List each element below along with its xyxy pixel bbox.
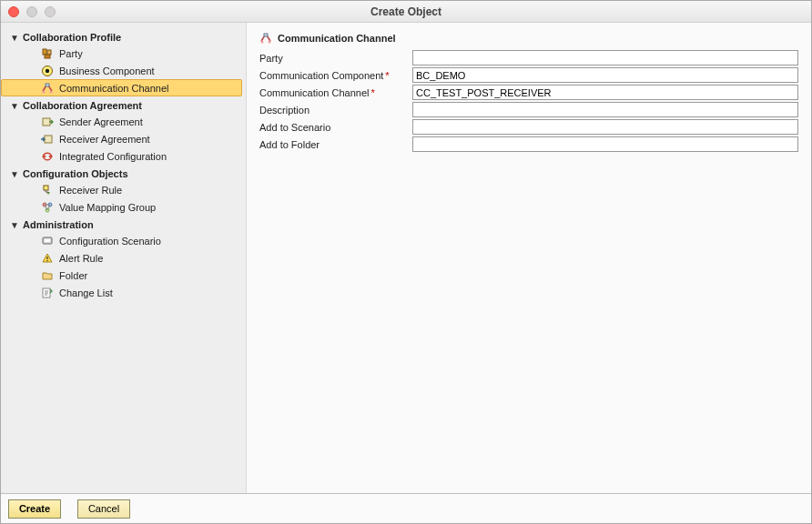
receiver-rule-icon [41, 184, 54, 196]
change-list-icon [41, 287, 54, 299]
close-icon[interactable] [8, 6, 19, 17]
add-to-folder-input[interactable] [412, 136, 798, 152]
tree-group-collaboration-agreement: ▼ Collaboration Agreement Sender Agreeme… [1, 98, 246, 165]
sidebar-item-folder[interactable]: Folder [1, 267, 246, 284]
form-header: Communication Channel [259, 32, 798, 45]
sidebar-item-label: Value Mapping Group [59, 202, 156, 213]
chevron-down-icon: ▼ [10, 169, 19, 179]
sidebar-item-label: Alert Rule [59, 253, 103, 264]
form-row-scenario: Add to Scenario [259, 118, 798, 136]
sidebar-item-business-component[interactable]: Business Component [1, 62, 246, 79]
party-input[interactable] [412, 50, 798, 66]
tree-header[interactable]: ▼ Administration [1, 217, 246, 232]
sidebar-item-label: Configuration Scenario [59, 236, 161, 247]
tree-header[interactable]: ▼ Collaboration Agreement [1, 98, 246, 113]
required-indicator: * [385, 70, 389, 81]
sidebar-item-party[interactable]: Party [1, 45, 246, 62]
communication-channel-icon [259, 32, 272, 45]
sidebar-item-label: Party [59, 48, 83, 59]
chevron-down-icon: ▼ [10, 33, 19, 43]
communication-channel-input[interactable] [412, 85, 798, 100]
tree-header-label: Administration [23, 219, 94, 230]
sender-agreement-icon [41, 116, 54, 128]
receiver-agreement-icon [41, 133, 54, 146]
required-indicator: * [370, 87, 374, 98]
sidebar: ▼ Collaboration Profile Party Business C… [1, 23, 247, 493]
sidebar-item-label: Folder [59, 270, 87, 281]
communication-component-input[interactable] [412, 67, 798, 83]
cancel-button[interactable]: Cancel [77, 499, 130, 519]
form-row-party: Party [259, 49, 798, 66]
sidebar-item-integrated-configuration[interactable]: Integrated Configuration [1, 147, 246, 165]
sidebar-item-receiver-agreement[interactable]: Receiver Agreement [1, 130, 246, 147]
chevron-down-icon: ▼ [10, 220, 19, 230]
add-to-scenario-input[interactable] [412, 119, 798, 135]
communication-channel-icon [41, 82, 54, 95]
tree-header[interactable]: ▼ Configuration Objects [1, 166, 246, 181]
form-label: Communication Component* [259, 70, 412, 81]
sidebar-item-label: Communication Channel [59, 83, 168, 94]
tree-group-administration: ▼ Administration Configuration Scenario … [1, 217, 246, 301]
business-component-icon [41, 65, 54, 77]
sidebar-item-communication-channel[interactable]: Communication Channel [1, 79, 242, 96]
folder-icon [41, 269, 54, 282]
form-label: Description [259, 105, 412, 116]
create-button[interactable]: Create [8, 499, 61, 519]
sidebar-item-receiver-rule[interactable]: Receiver Rule [1, 181, 246, 198]
sidebar-item-alert-rule[interactable]: Alert Rule [1, 249, 246, 267]
form-label: Party [259, 53, 412, 64]
tree-group-configuration-objects: ▼ Configuration Objects Receiver Rule Va… [1, 166, 246, 216]
form-row-component: Communication Component* [259, 66, 798, 84]
form-label: Add to Scenario [259, 122, 412, 133]
integrated-configuration-icon [41, 150, 54, 163]
tree-header[interactable]: ▼ Collaboration Profile [1, 30, 246, 45]
sidebar-item-label: Receiver Agreement [59, 134, 150, 145]
form-title: Communication Channel [278, 33, 396, 44]
tree-header-label: Collaboration Agreement [23, 100, 142, 111]
form-label: Add to Folder [259, 139, 412, 150]
tree-group-collaboration-profile: ▼ Collaboration Profile Party Business C… [1, 30, 246, 96]
form-row-folder: Add to Folder [259, 136, 798, 153]
alert-rule-icon [41, 252, 54, 265]
tree-header-label: Configuration Objects [23, 168, 128, 179]
party-icon [41, 47, 54, 60]
configuration-scenario-icon [41, 235, 54, 247]
form-area: Communication Channel Party Communicatio… [247, 23, 811, 493]
sidebar-item-value-mapping-group[interactable]: Value Mapping Group [1, 198, 246, 216]
value-mapping-group-icon [41, 201, 54, 214]
sidebar-item-label: Sender Agreement [59, 116, 143, 127]
maximize-icon[interactable] [45, 6, 56, 17]
sidebar-item-label: Change List [59, 287, 113, 298]
window-title: Create Object [1, 5, 811, 18]
sidebar-item-change-list[interactable]: Change List [1, 284, 246, 301]
description-input[interactable] [412, 102, 798, 117]
form-label: Communication Channel* [259, 87, 412, 98]
form-row-description: Description [259, 101, 798, 118]
sidebar-item-configuration-scenario[interactable]: Configuration Scenario [1, 232, 246, 249]
content: ▼ Collaboration Profile Party Business C… [1, 23, 811, 493]
sidebar-item-label: Business Component [59, 66, 155, 76]
titlebar: Create Object [1, 1, 811, 23]
tree-header-label: Collaboration Profile [23, 32, 121, 43]
sidebar-item-label: Receiver Rule [59, 185, 122, 196]
form-row-channel: Communication Channel* [259, 84, 798, 101]
chevron-down-icon: ▼ [10, 101, 19, 111]
minimize-icon[interactable] [26, 6, 37, 17]
sidebar-item-label: Integrated Configuration [59, 151, 167, 162]
sidebar-item-sender-agreement[interactable]: Sender Agreement [1, 113, 246, 130]
window-controls [8, 6, 56, 17]
footer: Create Cancel [1, 493, 811, 523]
